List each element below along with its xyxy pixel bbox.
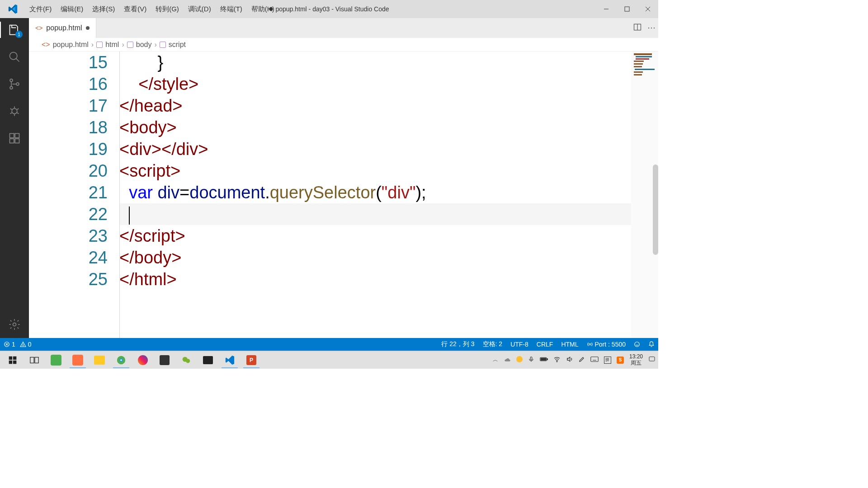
tray-sogou-icon[interactable]: S — [617, 357, 624, 364]
svg-rect-11 — [10, 139, 14, 143]
taskbar-app-paint[interactable] — [132, 352, 154, 368]
svg-rect-10 — [10, 134, 14, 138]
tray-keyboard-icon[interactable] — [590, 356, 599, 364]
status-errors[interactable]: 1 — [4, 341, 15, 348]
taskbar-app-explorer[interactable] — [89, 352, 110, 368]
explorer-badge: 1 — [15, 31, 23, 38]
svg-point-7 — [10, 86, 13, 89]
taskbar-app-vscode[interactable] — [219, 352, 241, 368]
taskbar-app-chrome[interactable] — [110, 352, 132, 368]
taskbar-app-wechat[interactable] — [175, 352, 197, 368]
source-control-icon[interactable] — [6, 76, 23, 92]
svg-point-6 — [10, 79, 13, 82]
task-view-icon[interactable] — [24, 352, 45, 368]
menu-goto[interactable]: 转到(G) — [151, 0, 184, 18]
tabs-row: <> popup.html ⋯ — [29, 18, 658, 38]
tray-volume-icon[interactable] — [566, 356, 573, 364]
close-button[interactable] — [637, 0, 658, 18]
svg-point-4 — [10, 52, 17, 60]
taskbar-app-camtasia[interactable] — [45, 352, 67, 368]
taskbar-app-recorder[interactable] — [67, 352, 89, 368]
breadcrumbs[interactable]: <> popup.html › html › body › script — [29, 38, 658, 52]
tray-onedrive-icon[interactable] — [504, 356, 511, 364]
tray-notifications-icon[interactable] — [648, 356, 656, 364]
taskbar-clock[interactable]: 13:20 周五 — [629, 354, 643, 366]
maximize-button[interactable] — [617, 0, 637, 18]
breadcrumb-file[interactable]: popup.html — [53, 41, 89, 49]
symbol-icon — [160, 42, 166, 48]
svg-rect-1 — [625, 7, 629, 11]
svg-rect-35 — [530, 357, 532, 360]
tray-mic-icon[interactable] — [528, 356, 534, 364]
menu-view[interactable]: 查看(V) — [119, 0, 151, 18]
svg-rect-13 — [15, 134, 19, 138]
minimize-button[interactable] — [596, 0, 617, 18]
tray-app-icon[interactable] — [516, 356, 523, 364]
taskbar-app-dark[interactable] — [154, 352, 175, 368]
svg-rect-44 — [649, 357, 655, 361]
status-language[interactable]: HTML — [561, 341, 578, 348]
extensions-icon[interactable] — [6, 130, 23, 146]
search-icon[interactable] — [6, 49, 23, 65]
svg-rect-28 — [30, 357, 34, 363]
status-warnings[interactable]: 0 — [20, 341, 32, 348]
svg-point-21 — [23, 345, 23, 346]
menubar: 文件(F) 编辑(E) 选择(S) 查看(V) 转到(G) 调试(D) 终端(T… — [25, 0, 279, 18]
tab-modified-dot-icon — [86, 26, 90, 30]
html-file-icon: <> — [42, 41, 50, 49]
status-eol[interactable]: CRLF — [537, 341, 553, 348]
status-feedback-icon[interactable] — [634, 341, 640, 347]
svg-line-5 — [16, 59, 19, 62]
code-content[interactable]: } </style></head><body><div></div><scrip… — [119, 52, 658, 338]
svg-point-32 — [120, 359, 122, 361]
breadcrumb-script[interactable]: script — [169, 41, 186, 49]
menu-debug[interactable]: 调试(D) — [184, 0, 216, 18]
menu-file[interactable]: 文件(F) — [25, 0, 56, 18]
svg-rect-38 — [541, 358, 546, 361]
code-editor[interactable]: 1516171819202122232425 } </style></head>… — [29, 52, 658, 338]
status-cursor-position[interactable]: 行 22，列 3 — [441, 340, 474, 348]
vscode-logo-icon — [0, 4, 25, 14]
debug-icon[interactable] — [6, 103, 23, 119]
svg-point-22 — [589, 343, 591, 345]
menu-terminal[interactable]: 终端(T) — [216, 0, 247, 18]
tray-ime-icon[interactable]: 拼 — [604, 356, 611, 364]
taskbar-app-powerpoint[interactable]: P — [241, 352, 262, 368]
svg-rect-37 — [547, 359, 548, 360]
settings-gear-icon[interactable] — [6, 316, 23, 333]
menu-select[interactable]: 选择(S) — [88, 0, 119, 18]
tab-popup-html[interactable]: <> popup.html — [29, 18, 96, 38]
status-notifications-icon[interactable] — [648, 341, 655, 347]
menu-edit[interactable]: 编辑(E) — [56, 0, 88, 18]
svg-point-14 — [13, 323, 16, 326]
html-file-icon: <> — [35, 24, 42, 32]
tray-chevron-up-icon[interactable]: ︿ — [493, 356, 498, 364]
breadcrumb-body[interactable]: body — [136, 41, 152, 49]
split-editor-icon[interactable] — [633, 23, 642, 33]
breadcrumb-html[interactable]: html — [105, 41, 119, 49]
taskbar-app-cmd[interactable] — [197, 352, 219, 368]
status-encoding[interactable]: UTF-8 — [510, 341, 528, 348]
titlebar: 文件(F) 编辑(E) 选择(S) 查看(V) 转到(G) 调试(D) 终端(T… — [0, 0, 658, 18]
editor-group: <> popup.html ⋯ <> popup.html › html › b… — [29, 18, 658, 338]
activity-bar: 1 — [0, 18, 29, 338]
status-indentation[interactable]: 空格: 2 — [483, 340, 503, 348]
status-live-server[interactable]: Port : 5500 — [587, 341, 626, 348]
vertical-scrollbar[interactable] — [653, 164, 658, 255]
symbol-icon — [127, 42, 133, 48]
line-number-gutter: 1516171819202122232425 — [29, 52, 119, 338]
tray-pen-icon[interactable] — [579, 356, 585, 364]
windows-taskbar: P ︿ 拼 S 13:20 周五 — [0, 351, 658, 369]
start-button[interactable] — [2, 352, 24, 368]
svg-point-9 — [12, 108, 17, 114]
svg-rect-29 — [35, 357, 38, 363]
svg-rect-25 — [13, 356, 17, 360]
svg-rect-26 — [9, 360, 13, 364]
svg-point-34 — [186, 359, 190, 363]
svg-point-8 — [16, 83, 19, 85]
window-title: popup.html - day03 - Visual Studio Code — [269, 5, 389, 13]
tray-battery-icon[interactable] — [540, 357, 548, 363]
more-actions-icon[interactable]: ⋯ — [647, 23, 656, 33]
chevron-right-icon: › — [122, 41, 124, 49]
tray-wifi-icon[interactable] — [553, 356, 561, 364]
